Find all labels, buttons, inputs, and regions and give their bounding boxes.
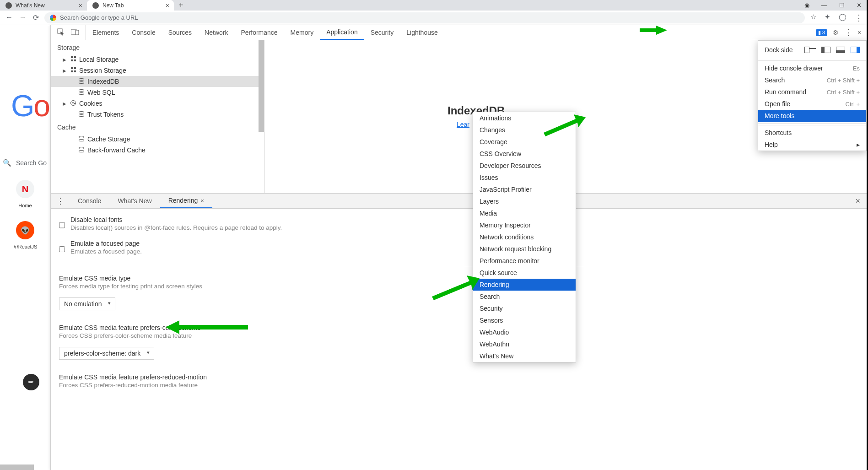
devtools-tab-security[interactable]: Security	[364, 25, 400, 40]
menu-item-open-file[interactable]: Open fileCtrl +	[758, 98, 866, 110]
submenu-item-sensors[interactable]: Sensors	[473, 314, 576, 326]
browser-tab-new-tab[interactable]: New Tab ×	[87, 0, 174, 11]
submenu-item-media[interactable]: Media	[473, 207, 576, 219]
extensions-icon[interactable]: ✦	[825, 13, 830, 23]
customize-button[interactable]: ✎	[20, 371, 43, 394]
sidebar-item-cookies[interactable]: ▶Cookies	[51, 98, 264, 109]
sidebar-item-trust-tokens[interactable]: Trust Tokens	[51, 109, 264, 120]
maximize-icon[interactable]: ☐	[839, 2, 845, 9]
shortcut-reddit[interactable]: 👽 /r/ReactJS	[14, 221, 37, 249]
submenu-item-network-request-blocking[interactable]: Network request blocking	[473, 243, 576, 255]
omnibox[interactable]: Search Google or type a URL	[44, 12, 805, 23]
close-icon[interactable]: ×	[166, 2, 169, 9]
submenu-item-what's-new[interactable]: What's New	[473, 350, 576, 362]
sidebar-item-local-storage[interactable]: ▶Local Storage	[51, 54, 264, 65]
menu-item-shortcuts[interactable]: Shortcuts	[758, 127, 866, 139]
issues-badge[interactable]: ▮ 3	[816, 29, 827, 36]
chrome-menu-icon[interactable]: ⋮	[855, 13, 863, 23]
scrollbar-thumb[interactable]	[0, 465, 34, 470]
dock-undock-icon[interactable]	[807, 48, 816, 49]
submenu-item-security[interactable]: Security	[473, 303, 576, 314]
shortcut-netflix[interactable]: N Home	[14, 180, 37, 208]
drawer-tab-console[interactable]: Console	[70, 194, 109, 208]
sidebar-item-session-storage[interactable]: ▶Session Storage	[51, 65, 264, 76]
prefers-color-select[interactable]: prefers-color-scheme: dark	[59, 347, 154, 360]
svg-marker-4	[544, 114, 586, 136]
account-icon[interactable]: ◉	[804, 2, 809, 9]
settings-icon[interactable]: ⚙	[833, 29, 839, 36]
dock-bottom-icon[interactable]	[836, 47, 845, 53]
minimize-icon[interactable]: —	[821, 2, 827, 9]
application-sidebar: Storage▶Local Storage▶Session StorageInd…	[51, 40, 264, 193]
drawer-menu-icon[interactable]: ⋮	[51, 196, 70, 206]
close-tab-icon[interactable]: ×	[200, 197, 204, 204]
scrollbar-thumb[interactable]	[259, 40, 264, 132]
tab-title: What's New	[16, 2, 45, 9]
devtools-tab-lighthouse[interactable]: Lighthouse	[400, 25, 444, 40]
devtools-tab-sources[interactable]: Sources	[162, 25, 198, 40]
devtools-main-menu: Dock side Hide console drawerEsSearchCtr…	[758, 40, 867, 151]
devtools-tab-elements[interactable]: Elements	[86, 25, 125, 40]
google-icon	[50, 15, 56, 21]
menu-item-hide-console-drawer[interactable]: Hide console drawerEs	[758, 62, 866, 74]
submenu-item-performance-monitor[interactable]: Performance monitor	[473, 255, 576, 267]
submenu-item-search[interactable]: Search	[473, 291, 576, 303]
sidebar-item-back-forward-cache[interactable]: Back-forward Cache	[51, 145, 264, 156]
sidebar-item-indexeddb[interactable]: IndexedDB	[51, 76, 264, 87]
new-tab-button[interactable]: +	[174, 0, 188, 10]
submenu-item-memory-inspector[interactable]: Memory Inspector	[473, 219, 576, 231]
submenu-item-css-overview[interactable]: CSS Overview	[473, 148, 576, 160]
submenu-item-webauthn[interactable]: WebAuthn	[473, 338, 576, 350]
svg-marker-6	[166, 320, 248, 334]
divider	[59, 267, 858, 267]
submenu-item-coverage[interactable]: Coverage	[473, 136, 576, 148]
forward-icon: →	[19, 13, 27, 22]
submenu-item-quick-source[interactable]: Quick source	[473, 267, 576, 279]
sidebar-item-web-sql[interactable]: Web SQL	[51, 87, 264, 98]
inspect-icon[interactable]	[57, 28, 65, 37]
submenu-item-network-conditions[interactable]: Network conditions	[473, 231, 576, 243]
submenu-item-issues[interactable]: Issues	[473, 172, 576, 184]
google-search-box[interactable]: 🔍 Search Go	[3, 159, 47, 167]
close-devtools-icon[interactable]: ×	[857, 29, 861, 36]
window-close-icon[interactable]: ✕	[857, 2, 862, 9]
option-checkbox[interactable]	[59, 242, 65, 256]
menu-item-run-command[interactable]: Run commandCtrl + Shift +	[758, 86, 866, 98]
drawer-tab-rendering[interactable]: Rendering ×	[160, 194, 212, 208]
drawer-close-icon[interactable]: ×	[849, 196, 867, 206]
menu-item-help[interactable]: Help▸	[758, 139, 866, 151]
devtools-tab-memory[interactable]: Memory	[284, 25, 320, 40]
devtools-toolbar: ElementsConsoleSourcesNetworkPerformance…	[51, 25, 867, 40]
device-toggle-icon[interactable]	[71, 29, 79, 37]
submenu-item-layers[interactable]: Layers	[473, 195, 576, 207]
option-checkbox[interactable]	[59, 218, 65, 232]
tab-title: New Tab	[102, 2, 124, 9]
browser-tab-whats-new[interactable]: What's New ×	[0, 0, 87, 11]
devtools-tab-performance[interactable]: Performance	[234, 25, 284, 40]
menu-item-search[interactable]: SearchCtrl + Shift +	[758, 74, 866, 86]
back-icon[interactable]: ←	[5, 13, 13, 22]
menu-item-more-tools[interactable]: More tools	[758, 110, 866, 122]
annotation-arrow	[429, 276, 480, 301]
dock-left-icon[interactable]	[821, 47, 830, 53]
profile-icon[interactable]: ◯	[839, 13, 846, 23]
bookmark-icon[interactable]: ☆	[810, 13, 816, 23]
dock-right-icon[interactable]	[851, 47, 860, 53]
reload-icon[interactable]: ⟳	[33, 13, 39, 22]
option-desc: Disables local() sources in @font-face r…	[70, 223, 282, 232]
close-icon[interactable]: ×	[79, 2, 82, 9]
drawer-tab-what-s-new[interactable]: What's New	[109, 194, 160, 208]
submenu-item-rendering[interactable]: Rendering	[473, 279, 576, 291]
submenu-item-javascript-profiler[interactable]: JavaScript Profiler	[473, 184, 576, 195]
devtools-menu-icon[interactable]: ⋮	[844, 27, 852, 38]
sidebar-item-cache-storage[interactable]: Cache Storage	[51, 134, 264, 145]
emulate-media-select[interactable]: No emulation	[59, 297, 115, 310]
submenu-item-developer-resources[interactable]: Developer Resources	[473, 160, 576, 172]
devtools-tab-network[interactable]: Network	[198, 25, 234, 40]
option-desc: Emulates a focused page.	[70, 247, 142, 256]
learn-more-link[interactable]: Lear	[457, 121, 469, 128]
search-placeholder: Search Go	[16, 159, 47, 167]
submenu-item-webaudio[interactable]: WebAudio	[473, 326, 576, 338]
devtools-tab-application[interactable]: Application	[320, 25, 364, 40]
devtools-tab-console[interactable]: Console	[125, 25, 162, 40]
